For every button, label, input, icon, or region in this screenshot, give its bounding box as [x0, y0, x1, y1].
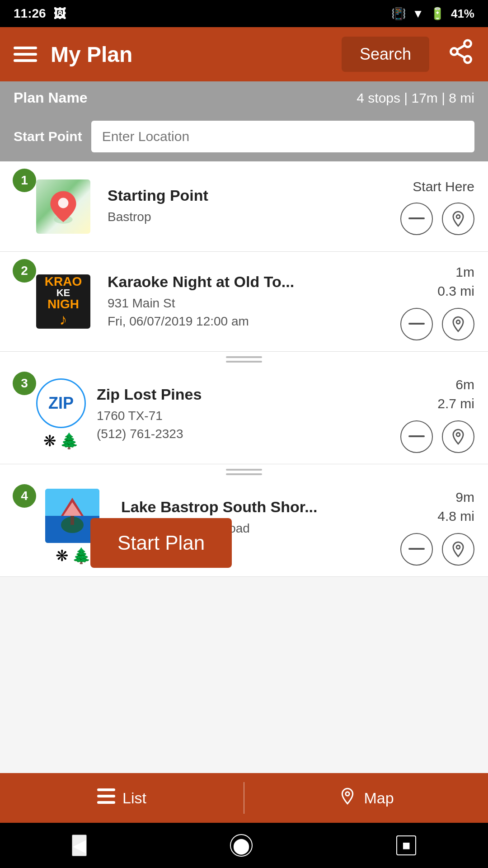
stop-content-3: Zip Lost Pines 1760 TX-71 (512) 761-2323: [97, 386, 400, 442]
stop-distance-2: 1m 0.3 mi: [437, 263, 474, 301]
category-icon-tree-4: 🌲: [72, 547, 91, 565]
svg-rect-19: [408, 548, 425, 550]
location-button-2[interactable]: [442, 308, 474, 340]
list-item: 4 ❋ 🌲 Lake Bastrop South Shor... 375 Sou…: [0, 477, 488, 577]
stop-container-4: 4 ❋ 🌲 Lake Bastrop South Shor... 375 Sou…: [0, 477, 488, 577]
start-point-label: Start Point: [14, 129, 82, 144]
svg-rect-22: [97, 795, 115, 797]
search-button[interactable]: Search: [342, 37, 429, 72]
tab-list[interactable]: List: [0, 788, 244, 807]
stop-address-2: 931 Main St: [108, 294, 400, 312]
remove-button-4[interactable]: [400, 533, 433, 566]
stop-thumbnail-3: zip: [36, 378, 86, 428]
stop-address-3: 1760 TX-71: [97, 407, 400, 425]
stop-number-4: 4: [13, 484, 36, 508]
stop-content-2: Karaoke Night at Old To... 931 Main St F…: [108, 273, 400, 330]
stop-datetime-2: Fri, 06/07/2019 12:00 am: [108, 312, 400, 330]
svg-point-24: [346, 792, 349, 796]
svg-point-12: [456, 433, 460, 436]
svg-rect-11: [408, 435, 425, 437]
stop-container-2: 2 KRAO KE NIGH ♪ Karaoke Night at Old To…: [0, 252, 488, 364]
plan-name-label: Plan Name: [14, 90, 88, 106]
tab-map-label: Map: [364, 789, 394, 807]
category-icon-tree-3: 🌲: [60, 432, 79, 450]
list-icon: [97, 788, 115, 807]
stop-actions-1: Start Here: [400, 178, 474, 235]
android-nav-bar: ◀ ⬤ ■: [0, 823, 488, 868]
stop-title-1: Starting Point: [108, 187, 400, 204]
home-button[interactable]: ⬤: [230, 834, 253, 857]
drag-handle-2[interactable]: [0, 352, 488, 364]
svg-rect-9: [408, 323, 425, 325]
tab-list-label: List: [122, 789, 146, 807]
category-icon-star-3: ❋: [43, 432, 56, 450]
svg-line-4: [457, 45, 465, 50]
status-time: 11:26: [14, 6, 46, 21]
status-image-icon: 🖼: [53, 6, 66, 21]
location-button-4[interactable]: [442, 533, 474, 566]
stop-number-3: 3: [13, 372, 36, 395]
location-button-1[interactable]: [442, 203, 474, 235]
start-point-bar: Start Point: [0, 114, 488, 161]
stop-actions-4: 9m 4.8 mi: [400, 488, 474, 566]
list-item: 3 zip ❋ 🌲 Zip Lost Pines 1760 TX-71 (512…: [0, 364, 488, 464]
stop-content-1: Starting Point Bastrop: [108, 187, 400, 226]
stop-container-3: 3 zip ❋ 🌲 Zip Lost Pines 1760 TX-71 (512…: [0, 364, 488, 477]
stop-title-3: Zip Lost Pines: [97, 386, 400, 403]
stop-phone-3: (512) 761-2323: [97, 425, 400, 443]
svg-point-8: [456, 215, 460, 218]
wifi-icon: ▼: [412, 7, 424, 21]
remove-button-3[interactable]: [400, 420, 433, 453]
svg-point-6: [58, 198, 69, 208]
remove-button-1[interactable]: [400, 203, 433, 235]
stop-number-2: 2: [13, 259, 36, 283]
plan-stats: 4 stops | 17m | 8 mi: [357, 90, 474, 106]
stop-thumbnail-1: [36, 179, 90, 234]
header: My Plan Search: [0, 27, 488, 81]
list-item: 2 KRAO KE NIGH ♪ Karaoke Night at Old To…: [0, 252, 488, 352]
svg-rect-21: [97, 788, 115, 791]
start-plan-button[interactable]: Start Plan: [90, 518, 232, 568]
stop-number-1: 1: [13, 169, 36, 192]
stop-title-4: Lake Bastrop South Shor...: [121, 498, 400, 516]
list-item: 1 Starting Point Bastrop Start Here: [0, 161, 488, 252]
plan-info-bar: Plan Name 4 stops | 17m | 8 mi: [0, 81, 488, 114]
battery-level: 41%: [451, 7, 474, 21]
tab-divider: [244, 782, 244, 814]
start-here-label: Start Here: [413, 178, 474, 195]
map-icon: [338, 787, 357, 809]
svg-line-3: [457, 53, 465, 58]
recents-button[interactable]: ■: [396, 835, 416, 855]
svg-rect-7: [408, 217, 425, 219]
category-icon-star-4: ❋: [56, 547, 68, 565]
page-title: My Plan: [51, 42, 328, 67]
stop-distance-4: 9m 4.8 mi: [437, 488, 474, 526]
stop-actions-3: 6m 2.7 mi: [400, 375, 474, 453]
svg-rect-23: [97, 801, 115, 804]
hamburger-menu-button[interactable]: [14, 47, 37, 62]
vibrate-icon: 📳: [391, 7, 406, 21]
share-icon[interactable]: [447, 38, 474, 71]
back-button[interactable]: ◀: [72, 835, 87, 856]
stop-distance-3: 6m 2.7 mi: [437, 375, 474, 413]
location-button-3[interactable]: [442, 420, 474, 453]
stop-subtitle-1: Bastrop: [108, 208, 400, 226]
stop-title-2: Karaoke Night at Old To...: [108, 273, 400, 291]
tab-map[interactable]: Map: [244, 787, 488, 809]
status-bar: 11:26 🖼 📳 ▼ 🔋 41%: [0, 0, 488, 27]
remove-button-2[interactable]: [400, 308, 433, 340]
bottom-tab-bar: List Map: [0, 773, 488, 823]
location-input[interactable]: [91, 121, 474, 152]
svg-point-10: [456, 320, 460, 324]
battery-icon: 🔋: [430, 7, 445, 21]
svg-point-20: [456, 545, 460, 549]
svg-rect-18: [70, 516, 74, 525]
drag-handle-3[interactable]: [0, 464, 488, 477]
stop-thumbnail-2: KRAO KE NIGH ♪: [36, 274, 90, 329]
stop-actions-2: 1m 0.3 mi: [400, 263, 474, 340]
